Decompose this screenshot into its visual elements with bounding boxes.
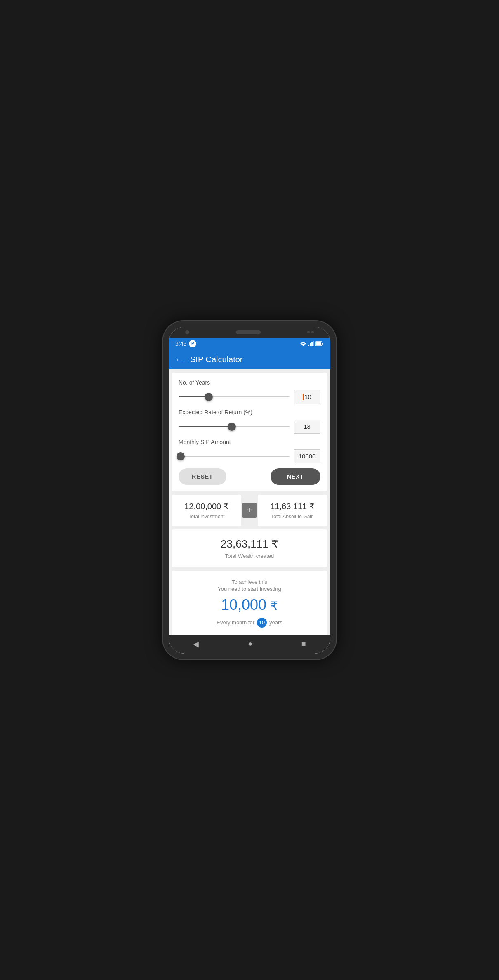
rate-slider-fill bbox=[179, 426, 232, 427]
total-gain-label: Total Absolute Gain bbox=[263, 514, 322, 520]
nav-recent-button[interactable]: ■ bbox=[301, 640, 306, 648]
achieve-amount: 10,000 ₹ bbox=[180, 596, 319, 614]
signal-icon bbox=[308, 341, 314, 346]
sip-slider-row: 10000 bbox=[179, 449, 320, 463]
next-button[interactable]: NEXT bbox=[271, 468, 320, 485]
total-investment-card: 12,00,000 ₹ Total Investment bbox=[172, 495, 241, 526]
total-wealth-amount: 23,63,111 ₹ bbox=[180, 538, 319, 550]
achieve-line1: To achieve this bbox=[180, 579, 319, 585]
back-button[interactable]: ← bbox=[175, 355, 184, 364]
sip-slider-section: Monthly SIP Amount 10000 bbox=[179, 439, 320, 463]
svg-rect-3 bbox=[313, 341, 314, 346]
camera-dot bbox=[185, 330, 189, 334]
years-input-box[interactable]: 10 bbox=[294, 390, 320, 404]
achieve-footer: Every month for 10 years bbox=[180, 618, 319, 628]
plus-icon: + bbox=[242, 503, 257, 518]
status-left: 3:45 P bbox=[175, 340, 196, 347]
calculator-card: No. of Years 10 bbox=[172, 373, 327, 491]
years-slider-container[interactable] bbox=[179, 393, 290, 401]
phone-top-decoration bbox=[169, 327, 330, 338]
svg-rect-6 bbox=[322, 343, 323, 345]
rate-slider-track bbox=[179, 426, 290, 427]
sip-label: Monthly SIP Amount bbox=[179, 439, 320, 445]
phone-frame: 3:45 P bbox=[163, 321, 336, 659]
buttons-row: RESET NEXT bbox=[179, 468, 320, 485]
achieve-footer-prefix: Every month for bbox=[217, 619, 254, 626]
results-row: 12,00,000 ₹ Total Investment + 11,63,111… bbox=[172, 495, 327, 526]
rate-slider-container[interactable] bbox=[179, 423, 290, 431]
bottom-navigation: ◀ ● ■ bbox=[169, 635, 330, 654]
achieve-line2: You need to start Investing bbox=[180, 586, 319, 592]
status-right bbox=[300, 341, 324, 346]
sip-value: 10000 bbox=[299, 453, 316, 460]
speaker-grill bbox=[236, 330, 261, 334]
nav-home-button[interactable]: ● bbox=[248, 640, 252, 648]
pocket-casts-icon: P bbox=[189, 340, 196, 347]
rate-label: Expected Rate of Return (%) bbox=[179, 409, 320, 416]
sip-slider-thumb[interactable] bbox=[177, 452, 185, 460]
app-bar: ← SIP Calculator bbox=[169, 350, 330, 369]
years-slider-thumb[interactable] bbox=[205, 393, 213, 401]
achieve-amount-value: 10,000 bbox=[221, 596, 266, 613]
app-title: SIP Calculator bbox=[190, 355, 242, 364]
years-slider-section: No. of Years 10 bbox=[179, 379, 320, 404]
cursor-line bbox=[303, 394, 304, 400]
rate-input-box[interactable]: 13 bbox=[294, 420, 320, 434]
achieve-footer-suffix: years bbox=[269, 619, 282, 626]
sip-input-box[interactable]: 10000 bbox=[294, 449, 320, 463]
rate-slider-row: 13 bbox=[179, 420, 320, 434]
sip-slider-track bbox=[179, 456, 290, 457]
years-label: No. of Years bbox=[179, 379, 320, 386]
rate-slider-section: Expected Rate of Return (%) 13 bbox=[179, 409, 320, 434]
achieve-card: To achieve this You need to start Invest… bbox=[172, 571, 327, 635]
achieve-currency: ₹ bbox=[271, 600, 278, 612]
wifi-icon bbox=[300, 341, 306, 346]
years-slider-track bbox=[179, 396, 290, 397]
svg-rect-1 bbox=[310, 343, 311, 346]
total-investment-label: Total Investment bbox=[177, 514, 236, 520]
total-gain-card: 11,63,111 ₹ Total Absolute Gain bbox=[258, 495, 327, 526]
svg-rect-5 bbox=[316, 342, 321, 345]
sip-slider-container[interactable] bbox=[179, 452, 290, 460]
phone-screen: 3:45 P bbox=[169, 327, 330, 654]
svg-rect-2 bbox=[311, 342, 313, 346]
reset-button[interactable]: RESET bbox=[179, 468, 226, 485]
rate-slider-thumb[interactable] bbox=[228, 423, 236, 431]
total-gain-amount: 11,63,111 ₹ bbox=[263, 501, 322, 511]
total-wealth-label: Total Wealth created bbox=[180, 553, 319, 559]
achieve-years-badge: 10 bbox=[257, 618, 267, 628]
main-content: No. of Years 10 bbox=[169, 369, 330, 635]
total-investment-amount: 12,00,000 ₹ bbox=[177, 501, 236, 511]
svg-rect-0 bbox=[308, 345, 309, 346]
total-wealth-card: 23,63,111 ₹ Total Wealth created bbox=[172, 529, 327, 567]
status-time: 3:45 bbox=[175, 340, 186, 347]
sensor-dot-2 bbox=[311, 331, 314, 333]
battery-icon bbox=[315, 341, 324, 346]
years-value: 10 bbox=[304, 393, 311, 400]
nav-back-button[interactable]: ◀ bbox=[193, 640, 199, 649]
years-slider-row: 10 bbox=[179, 390, 320, 404]
rate-value: 13 bbox=[304, 423, 311, 430]
sensor-dot bbox=[307, 331, 310, 333]
status-bar: 3:45 P bbox=[169, 338, 330, 350]
